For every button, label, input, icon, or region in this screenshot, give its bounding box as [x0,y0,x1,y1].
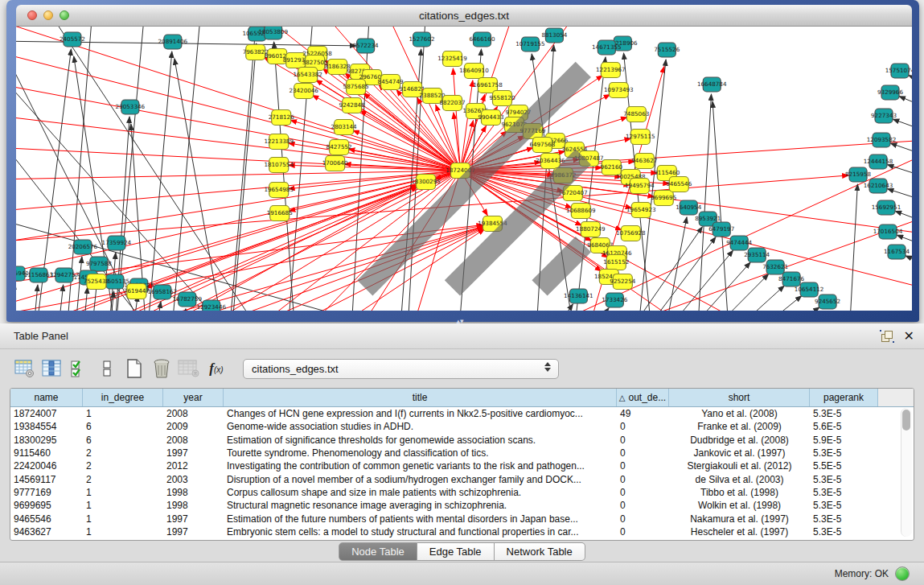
column-header-out_de[interactable]: △out_de... [617,389,669,406]
cell-short: Yano et al. (2008) [669,407,810,420]
table-selector-value: citations_edges.txt [244,363,339,375]
cell-out_de: 0 [617,499,669,512]
table-row[interactable]: 946554611997Estimation of the future num… [10,512,914,525]
cell-title: Structural magnetic resonance image aver… [224,499,617,512]
table-panel-title: Table Panel [0,330,68,342]
cell-year: 2003 [163,472,224,485]
cell-pagerank: 5.3E-5 [810,525,878,538]
cell-out_de: 49 [617,407,669,420]
tab-network-table[interactable]: Network Table [495,542,585,561]
scrollbar-thumb[interactable] [902,410,910,431]
cell-out_de: 0 [617,434,669,447]
vertical-scrollbar[interactable] [901,408,912,537]
table-row[interactable]: 1456911722003Disruption of a novel membe… [10,472,914,485]
function-builder-icon[interactable]: f(x) [203,356,230,381]
cell-year: 2008 [163,434,224,447]
dropdown-stepper-icon [544,362,551,372]
cell-title: Tourette syndrome. Phenomenology and cla… [224,447,617,459]
column-header-year[interactable]: year [163,389,224,406]
cell-title: Disruption of a novel member of a sodium… [224,472,617,485]
cell-title: Estimation of the future numbers of pati… [224,512,617,525]
cell-pagerank: 5.3E-5 [810,472,878,485]
trash-icon[interactable] [148,356,175,381]
table-row[interactable]: 2242004622012Investigating the contribut… [10,459,914,472]
memory-status-icon[interactable] [895,566,910,581]
column-header-filler [878,389,914,406]
cell-name: 9777169 [10,486,83,499]
cell-short: Franke et al. (2009) [669,420,810,433]
cell-out_de: 0 [617,486,669,499]
new-document-icon[interactable] [121,356,148,381]
table-selector-dropdown[interactable]: citations_edges.txt [243,359,559,379]
cell-name: 9699695 [10,499,83,512]
cell-title: Investigating the contribution of common… [224,459,617,472]
table-tabs: Node TableEdge TableNetwork Table [0,542,924,561]
table-row[interactable]: 911546021997Tourette syndrome. Phenomeno… [10,447,914,459]
cell-in_degree: 1 [83,486,163,499]
cell-in_degree: 1 [83,512,163,525]
table-row[interactable]: 1872400712008Changes of HCN gene express… [10,407,914,420]
cell-pagerank: 5.6E-5 [810,420,878,433]
cell-in_degree: 2 [83,472,163,485]
cell-pagerank: 5.3E-5 [810,486,878,499]
cell-out_de: 0 [617,472,669,485]
table-body: 1872400712008Changes of HCN gene express… [10,407,914,538]
cell-in_degree: 1 [83,407,163,420]
column-header-pagerank[interactable]: pagerank [810,389,878,406]
float-window-icon[interactable] [881,331,893,342]
cell-title: Changes of HCN gene expression and I(f) … [224,407,617,420]
table-settings-icon[interactable] [11,356,39,381]
column-header-in_degree[interactable]: in_degree [83,389,163,406]
cell-short: Jankovic et al. (1997) [669,447,810,459]
table-row[interactable]: 969969511998Structural magnetic resonanc… [10,499,914,512]
column-header-title[interactable]: title [224,389,617,406]
window-titlebar[interactable]: citations_edges.txt [16,5,912,27]
column-select-icon[interactable] [39,356,66,381]
table-row[interactable]: 946362711997Embryonic stem cells: a mode… [10,525,914,538]
cell-year: 2012 [163,459,224,472]
close-panel-icon[interactable]: ✕ [904,331,914,342]
cell-pagerank: 5.3E-5 [810,499,878,512]
table-row[interactable]: 1830029562008Estimation of significance … [10,434,914,447]
delete-table-disabled-icon[interactable] [175,356,203,381]
minimize-window-icon[interactable] [43,10,53,20]
cell-in_degree: 2 [83,459,163,472]
cell-name: 9465546 [10,512,83,525]
cell-out_de: 0 [617,525,669,538]
column-header-name[interactable]: name [10,389,83,406]
tab-node-table[interactable]: Node Table [339,542,417,561]
cell-short: Hescheler et al. (1997) [669,525,810,538]
cell-year: 1997 [163,447,224,459]
cell-short: Nakamura et al. (1997) [669,512,810,525]
cell-name: 9115460 [10,447,83,459]
table-header-row: namein_degreeyeartitle△out_de...shortpag… [10,389,914,407]
table-toolbar: f(x) citations_edges.txt [0,349,924,388]
cell-name: 18724007 [10,407,83,420]
network-canvas[interactable]: 2405572208914061065525718053809857223415… [16,27,912,311]
rows-icon[interactable] [93,356,121,381]
select-checks-icon[interactable] [66,356,93,381]
cell-short: Wolkin et al. (1998) [669,499,810,512]
cell-year: 1998 [163,499,224,512]
resize-grip-icon[interactable] [16,27,911,310]
cell-year: 2008 [163,407,224,420]
cell-in_degree: 1 [83,499,163,512]
table-row[interactable]: 977716911998Corpus callosum shape and si… [10,486,914,499]
table-row[interactable]: 1938455462009Genome-wide association stu… [10,420,914,433]
cell-short: de Silva et al. (2003) [669,472,810,485]
cell-year: 1997 [163,512,224,525]
cell-pagerank: 5.3E-5 [810,407,878,420]
zoom-window-icon[interactable] [60,10,69,20]
table-panel-header: Table Panel ✕ [0,323,924,349]
cell-out_de: 0 [617,459,669,472]
cell-in_degree: 2 [83,447,163,459]
cell-title: Embryonic stem cells: a model to study s… [224,525,617,538]
cell-pagerank: 5.5E-5 [810,459,878,472]
column-header-short[interactable]: short [669,389,810,406]
cell-name: 14569117 [10,472,83,485]
node-table: namein_degreeyeartitle△out_de...shortpag… [10,388,914,541]
cell-pagerank: 5.3E-5 [810,512,878,525]
window-title: citations_edges.txt [419,10,509,22]
tab-edge-table[interactable]: Edge Table [417,542,495,561]
close-window-icon[interactable] [27,10,37,20]
